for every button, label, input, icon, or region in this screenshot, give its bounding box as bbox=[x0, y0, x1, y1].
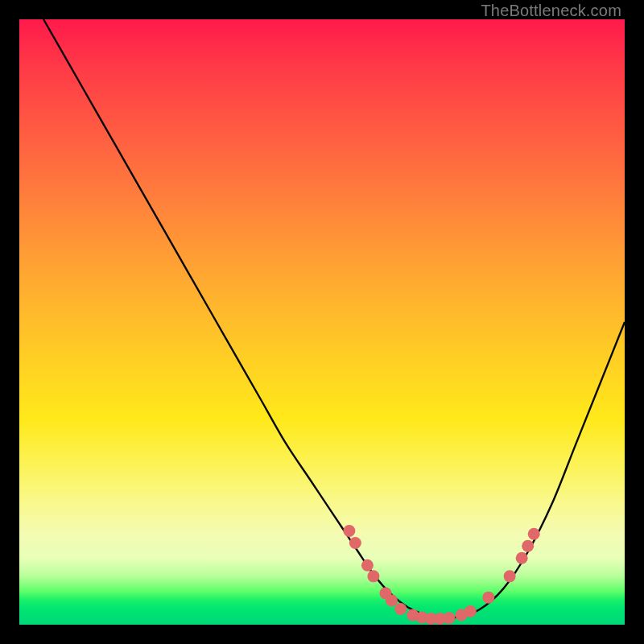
curve-marker bbox=[343, 525, 355, 537]
curve-marker bbox=[367, 570, 379, 582]
curve-marker bbox=[349, 537, 361, 549]
curve-marker bbox=[522, 540, 534, 552]
curve-marker bbox=[516, 552, 528, 564]
curve-marker bbox=[443, 612, 455, 624]
curve-marker bbox=[386, 594, 398, 606]
outer-frame: TheBottleneck.com bbox=[0, 0, 644, 644]
curve-marker bbox=[482, 592, 494, 604]
curve-marker bbox=[504, 570, 516, 582]
curve-marker bbox=[394, 603, 407, 615]
attribution-text: TheBottleneck.com bbox=[481, 2, 621, 20]
curve-marker bbox=[464, 605, 477, 617]
curve-markers bbox=[343, 525, 539, 625]
curve-marker bbox=[361, 559, 374, 572]
chart-svg bbox=[19, 19, 625, 625]
bottleneck-curve bbox=[43, 19, 625, 619]
curve-marker bbox=[528, 528, 540, 540]
